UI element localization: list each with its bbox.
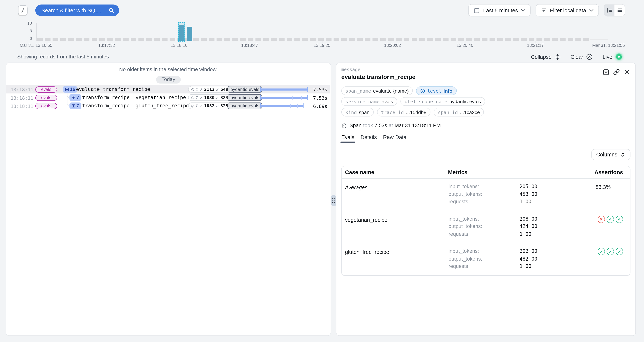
y-axis-label: 5 xyxy=(20,28,32,33)
chip-key: kind xyxy=(346,109,357,115)
x-axis-tick xyxy=(392,41,393,43)
attribute-chip[interactable]: otel_scope_name pydantic-evals xyxy=(400,97,485,106)
columns-button[interactable]: Columns xyxy=(591,149,630,160)
time-range-label: Last 5 minutes xyxy=(483,7,518,14)
sum-icon: Σ xyxy=(196,95,198,100)
attribute-chip[interactable]: span_id ...1ca2ce xyxy=(434,108,484,116)
attribute-chip[interactable]: kind span xyxy=(342,108,374,116)
x-axis-tick xyxy=(322,41,322,43)
x-axis-label: 13:20:40 xyxy=(456,43,473,48)
timing-timestamp: Mar 31 13:18:11 PM xyxy=(395,123,441,128)
input-tokens-value: 1030 xyxy=(204,95,214,100)
output-tokens-icon: ↙ xyxy=(216,103,219,108)
pass-icon: ✓ xyxy=(616,248,623,255)
live-toggle[interactable]: Live xyxy=(603,53,623,61)
collapse-children-button[interactable]: ⊟ 16 xyxy=(63,86,77,93)
input-tokens-icon: ↗ xyxy=(200,87,203,91)
case-name: vegetarian_recipe xyxy=(342,215,448,238)
detail-title: evaluate transform_recipe xyxy=(342,74,630,80)
collapse-button[interactable]: Collapse xyxy=(531,54,561,60)
x-axis-label: 13:19:25 xyxy=(314,43,330,48)
copy-link-icon[interactable] xyxy=(613,69,620,75)
metric-label: output_tokens: xyxy=(448,191,520,198)
expand-children-button[interactable]: ⊞ 7 xyxy=(69,102,81,109)
trace-row[interactable]: 13:18:11 evals ⊞ 7 transform_recipe: glu… xyxy=(6,102,330,110)
pass-icon: ✓ xyxy=(606,248,614,255)
case-name: gluten_free_recipe xyxy=(342,247,448,270)
metric-value: 1.00 xyxy=(520,230,532,238)
metric-value: 202.00 xyxy=(520,247,538,255)
tab-raw-data[interactable]: Raw Data xyxy=(383,134,406,143)
collapse-children-icon: ⊟ xyxy=(65,86,69,92)
search-input[interactable]: Search & filter with SQL... xyxy=(36,5,119,16)
metric-value: 1.00 xyxy=(520,263,532,270)
collapse-label: Collapse xyxy=(531,54,552,60)
header-metrics: Metrics xyxy=(448,169,594,175)
metric-value: 424.00 xyxy=(520,223,538,230)
metric-value: 208.00 xyxy=(520,215,538,223)
tree-view-button[interactable] xyxy=(604,5,614,16)
attribute-chip[interactable]: trace_id ...15ddb8 xyxy=(377,108,430,116)
metric-value: 453.00 xyxy=(520,191,538,198)
metric-label: requests: xyxy=(448,263,520,270)
span-duration-bar xyxy=(260,95,308,100)
list-view-button[interactable] xyxy=(614,5,624,16)
histogram-bar[interactable] xyxy=(179,25,184,41)
stopwatch-icon xyxy=(342,123,347,128)
span-duration: 7.53s xyxy=(302,87,328,92)
chip-key: level xyxy=(427,88,441,94)
filter-icon xyxy=(541,8,546,13)
span-name: transform_recipe: vegetarian_recipe xyxy=(82,95,186,100)
histogram-bar[interactable] xyxy=(187,27,192,41)
slash-shortcut-key[interactable]: / xyxy=(18,6,28,15)
pass-icon: ✓ xyxy=(606,215,614,223)
child-count: 16 xyxy=(70,86,75,92)
metric-label: input_tokens: xyxy=(448,183,520,191)
clear-button[interactable]: Clear xyxy=(570,54,593,60)
trace-row[interactable]: 13:18:11 evals ⊞ 7 transform_recipe: veg… xyxy=(6,93,330,102)
chip-value: pydantic-evals xyxy=(449,99,481,104)
evals-table: Case name Metrics Assertions Averages in… xyxy=(342,166,630,276)
tab-details[interactable]: Details xyxy=(360,134,377,143)
expand-children-icon: ⊞ xyxy=(72,95,76,100)
header-assertions: Assertions xyxy=(594,169,630,175)
date-pill[interactable]: Today xyxy=(156,76,180,84)
expand-children-icon: ⊞ xyxy=(72,103,76,109)
list-view-icon xyxy=(616,8,622,13)
metric-label: input_tokens: xyxy=(448,247,520,255)
assertions-icons: ✓✓✓ xyxy=(596,247,630,270)
clear-icon xyxy=(586,54,593,60)
level-chip[interactable]: level Info xyxy=(416,86,456,95)
attribute-chip[interactable]: span_name evaluate {name} xyxy=(342,86,413,95)
input-tokens-icon: ↗ xyxy=(200,95,203,100)
pass-icon: ✓ xyxy=(598,248,605,255)
child-count: 7 xyxy=(76,95,79,100)
open-in-panel-icon[interactable] xyxy=(603,69,609,75)
close-icon[interactable] xyxy=(624,69,630,75)
detail-panel: message evaluate transform_recipe xyxy=(336,63,636,336)
trace-row[interactable]: 13:18:11 evals ⊟ 16 evaluate transform_r… xyxy=(6,85,330,93)
x-axis-tick xyxy=(535,41,536,43)
output-tokens-value: 648 xyxy=(220,87,228,92)
chip-value: Info xyxy=(444,88,452,94)
filter-button[interactable]: Filter local data xyxy=(536,4,599,17)
timing-duration: 7.53s xyxy=(374,123,387,128)
sum-icon: Σ xyxy=(196,103,198,108)
evals-table-header: Case name Metrics Assertions xyxy=(342,166,630,179)
live-indicator-icon xyxy=(615,53,623,61)
metric-label: output_tokens: xyxy=(448,255,520,263)
time-range-button[interactable]: Last 5 minutes xyxy=(468,4,530,17)
row-timestamp: 13:18:11 xyxy=(10,103,33,109)
tab-evals[interactable]: Evals xyxy=(342,134,354,143)
tabs-divider xyxy=(340,143,632,143)
sort-updown-icon xyxy=(620,151,626,157)
attribute-chip[interactable]: service_name evals xyxy=(342,97,397,106)
metric-label: output_tokens: xyxy=(448,223,520,230)
token-metrics-chip: ⊘ Σ ↗ 1030 ↙ 323 xyxy=(188,94,231,101)
trace-list-panel: No older items in the selected time wind… xyxy=(6,63,331,336)
token-cost-icon: ⊘ xyxy=(191,87,194,91)
expand-children-button[interactable]: ⊞ 7 xyxy=(69,94,81,101)
assertions-percentage: 83.3% xyxy=(596,183,630,206)
chip-value: evaluate {name} xyxy=(373,88,409,94)
chevron-down-icon xyxy=(590,9,594,12)
